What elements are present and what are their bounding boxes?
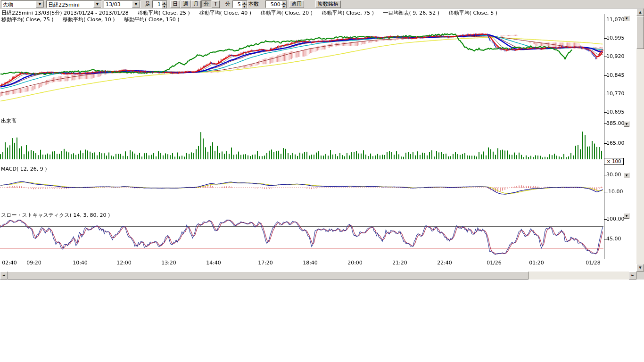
bar-count-spinner[interactable]: 500 ▲ ▼ bbox=[265, 0, 287, 8]
volume-scale-note: × 100 bbox=[604, 158, 624, 165]
chart-canvas[interactable] bbox=[0, 8, 636, 272]
contract-month-combo[interactable]: 13/03 ▼ bbox=[104, 0, 140, 8]
contract-month-value: 13/03 bbox=[104, 1, 132, 8]
scroll-right-icon[interactable]: ► bbox=[629, 272, 636, 280]
indicator-label: 移動平均( Close, 40 ) bbox=[199, 10, 251, 16]
chart-title: 日経225mini 13/03(5分) 2013/01/24 - 2013/01… bbox=[1, 10, 129, 16]
period-week-button[interactable]: 週 bbox=[181, 0, 190, 8]
stoch-panel-label: スロー・ストキャスティクス( 14, 3, 80, 20 ) bbox=[1, 212, 110, 219]
spin-up-icon[interactable]: ▲ bbox=[281, 1, 287, 5]
minute-interval-spinner[interactable]: 5 ▲ ▼ bbox=[232, 0, 248, 8]
stoch-axis-menu-button[interactable]: ▼ bbox=[624, 213, 629, 219]
vertical-scroll-thumb[interactable] bbox=[636, 16, 644, 49]
period-minute-button[interactable]: 分 bbox=[201, 0, 211, 8]
period-button-group: 日 週 月 分 T bbox=[170, 0, 220, 8]
vertical-scrollbar[interactable]: ▲ ▼ bbox=[636, 8, 644, 272]
scrollbar-corner bbox=[636, 272, 644, 280]
chart-title-row: 日経225mini 13/03(5分) 2013/01/24 - 2013/01… bbox=[1, 9, 505, 16]
bar-count-label: 本数 bbox=[248, 0, 259, 8]
indicator-label: 一目均衡表( 9, 26, 52 ) bbox=[383, 10, 440, 16]
indicator-label: 移動平均( Close, 10 ) bbox=[63, 16, 115, 23]
indicator-label: 移動平均( Close, 75 ) bbox=[322, 10, 374, 16]
period-month-button[interactable]: 月 bbox=[191, 0, 201, 8]
horizontal-scroll-thumb[interactable] bbox=[8, 272, 528, 280]
chevron-down-icon[interactable]: ▼ bbox=[36, 1, 44, 8]
scroll-left-icon[interactable]: ◄ bbox=[0, 272, 8, 280]
price-axis-menu-button[interactable]: ▼ bbox=[624, 16, 629, 21]
indicator-label: 移動平均( Close, 75 ) bbox=[1, 16, 54, 23]
volume-axis-menu-button[interactable]: ▼ bbox=[624, 121, 629, 127]
product-type-combo[interactable]: 先物 ▼ bbox=[1, 0, 44, 8]
scroll-down-icon[interactable]: ▼ bbox=[636, 264, 644, 272]
spin-down-icon[interactable]: ▼ bbox=[242, 5, 247, 8]
indicator-label: 移動平均( Close, 5 ) bbox=[449, 10, 498, 16]
apply-button[interactable]: 適用 bbox=[289, 0, 304, 8]
chevron-down-icon[interactable]: ▼ bbox=[93, 1, 101, 8]
macd-axis-menu-button[interactable]: ▼ bbox=[624, 173, 629, 178]
product-type-value: 先物 bbox=[1, 1, 36, 8]
indicator-label: 移動平均( Close, 150 ) bbox=[124, 16, 180, 23]
minute-interval-value: 5 bbox=[233, 1, 242, 8]
symbol-value: 日経225mini bbox=[47, 1, 93, 8]
bar-count-value: 500 bbox=[266, 1, 281, 8]
horizontal-scrollbar[interactable]: ◄ ► bbox=[0, 272, 636, 280]
volume-panel-label: 出来高 bbox=[1, 117, 17, 124]
bar-type-label: 足 bbox=[145, 0, 150, 8]
spin-down-icon[interactable]: ▼ bbox=[162, 5, 167, 8]
toolbar: 先物 ▼ 日経225mini ▼ 13/03 ▼ 足 1 ▲ ▼ 日 週 月 分… bbox=[0, 0, 644, 8]
period-day-button[interactable]: 日 bbox=[170, 0, 180, 8]
timeframe-value-spinner[interactable]: 1 ▲ ▼ bbox=[152, 0, 167, 8]
indicator-label: 移動平均( Close, 20 ) bbox=[260, 10, 313, 16]
timeframe-value: 1 bbox=[153, 1, 162, 8]
spin-down-icon[interactable]: ▼ bbox=[281, 5, 287, 8]
spin-up-icon[interactable]: ▲ bbox=[242, 1, 247, 5]
spin-up-icon[interactable]: ▲ bbox=[162, 1, 167, 5]
minute-unit-label: 分 bbox=[225, 0, 231, 8]
chevron-down-icon[interactable]: ▼ bbox=[132, 1, 140, 8]
indicator-label: 移動平均( Close, 25 ) bbox=[138, 10, 190, 16]
multi-symbol-button[interactable]: 複数銘柄 bbox=[315, 0, 341, 8]
symbol-combo[interactable]: 日経225mini ▼ bbox=[46, 0, 102, 8]
scroll-up-icon[interactable]: ▲ bbox=[636, 8, 644, 16]
macd-panel-label: MACD( 12, 26, 9 ) bbox=[1, 166, 47, 172]
period-tick-button[interactable]: T bbox=[212, 0, 220, 8]
chart-indicator-row2: 移動平均( Close, 75 ) 移動平均( Close, 10 ) 移動平均… bbox=[1, 16, 187, 23]
